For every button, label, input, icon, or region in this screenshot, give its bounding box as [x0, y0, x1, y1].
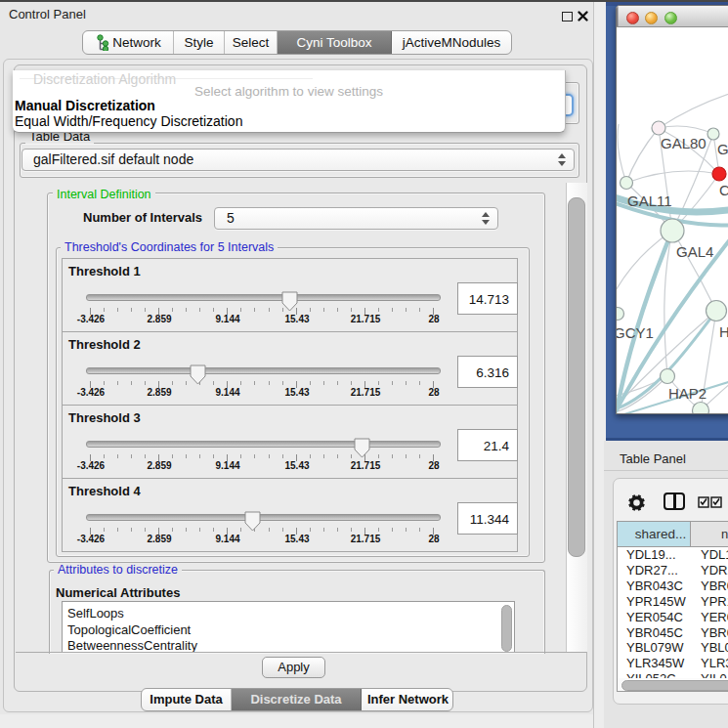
svg-text:GA: GA — [717, 141, 728, 157]
svg-text:HAP2: HAP2 — [668, 385, 707, 402]
svg-text:C: C — [719, 182, 728, 198]
svg-text:H: H — [719, 323, 728, 340]
svg-text:GAL80: GAL80 — [661, 135, 707, 151]
svg-text:GAL11: GAL11 — [627, 193, 672, 209]
svg-text:GCY1: GCY1 — [616, 324, 654, 341]
svg-text:GAL4: GAL4 — [676, 243, 713, 260]
